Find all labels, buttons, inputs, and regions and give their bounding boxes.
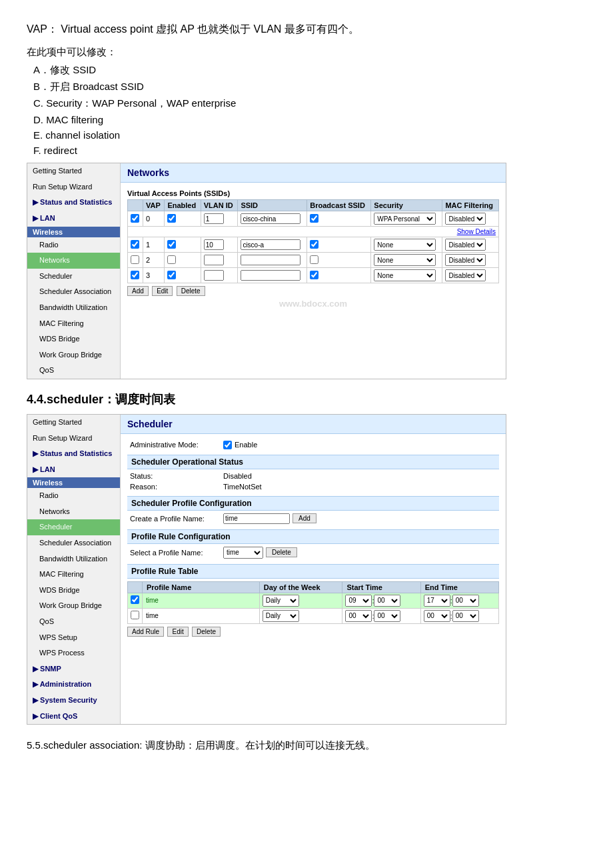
sidebar-bandwidth[interactable]: Bandwidth Utilization [27,300,120,316]
vap-enabled-2[interactable] [167,255,176,264]
intro-vap-text: VAP： Virtual access point 虚拟 AP 也就类似于 VL… [27,20,586,38]
vap-ssid-0[interactable] [241,213,301,224]
profile-name-input-0[interactable] [145,595,257,606]
sch-sidebar-workgroup[interactable]: Work Group Bridge [27,598,120,614]
sch-sidebar-qos[interactable]: QoS [27,614,120,630]
vap-enabled-1[interactable] [167,240,176,249]
vap-ssid-2[interactable] [241,255,301,265]
rule-delete-button[interactable]: Delete [192,627,221,637]
profile-end-m-0[interactable]: 0001020304050607080910111213141516171819… [452,595,479,607]
edit-button[interactable]: Edit [152,286,173,296]
profile-end-m-1[interactable]: 0001020304050607080910111213141516171819… [452,610,479,622]
select-profile-dropdown[interactable]: time [223,547,263,559]
profile-add-button[interactable]: Add [293,513,316,523]
sidebar-run-setup[interactable]: Run Setup Wizard [27,179,120,195]
vap-vlanid-3[interactable] [204,270,224,281]
admin-mode-label: Administrative Mode: [130,441,223,449]
prt-col-check [128,581,143,593]
profile-row-checkbox-1[interactable] [131,611,139,619]
sch-sidebar-syssec[interactable]: ▶ System Security [27,693,120,709]
sidebar-scheduler[interactable]: Scheduler [27,269,120,285]
vap-security-1[interactable]: WPA PersonalNoneWPA Enterprise [374,239,436,251]
vap-ssid-3[interactable] [241,270,301,281]
sidebar-status[interactable]: ▶ Status and Statistics [27,195,120,211]
sch-sidebar-assoc[interactable]: Scheduler Association [27,535,120,551]
profile-end-h-0[interactable]: 0001020304050607080910111213141516171819… [424,595,450,607]
profile-delete-button[interactable]: Delete [266,547,297,557]
sch-sidebar-wps-process[interactable]: WPS Process [27,645,120,661]
intro-list-item: F. redirect [27,145,586,156]
vap-broadcast-2[interactable] [310,255,318,264]
create-profile-input[interactable] [223,513,290,524]
intro-list-item: C. Security：WAP Personal，WAP enterprise [27,97,586,110]
sch-sidebar-mac[interactable]: MAC Filtering [27,567,120,583]
sidebar-radio[interactable]: Radio [27,237,120,253]
vap-vlanid-0[interactable] [204,213,224,224]
sidebar-mac-filtering[interactable]: MAC Filtering [27,316,120,332]
vap-row-checkbox-2[interactable] [131,255,139,264]
sidebar-networks[interactable]: Networks [27,253,120,269]
vap-vlanid-2[interactable] [204,255,224,265]
sch-sidebar-run-setup[interactable]: Run Setup Wizard [27,431,120,447]
sidebar-wds[interactable]: WDS Bridge [27,331,120,347]
profile-start-h-0[interactable]: 0001020304050607080910111213141516171819… [345,595,372,607]
vap-security-2[interactable]: WPA PersonalNoneWPA Enterprise [374,254,436,266]
sch-sidebar-getting-started[interactable]: Getting Started [27,415,120,431]
sidebar-getting-started[interactable]: Getting Started [27,163,120,179]
sch-sidebar-status[interactable]: ▶ Status and Statistics [27,446,120,462]
sch-sidebar-lan[interactable]: ▶ LAN [27,462,120,478]
sch-sidebar-wps-setup[interactable]: WPS Setup [27,630,120,646]
vap-row: 1WPA PersonalNoneWPA EnterpriseDisabledE… [128,237,499,253]
select-profile-label: Select a Profile Name: [130,549,223,557]
profile-row-checkbox-0[interactable] [131,595,139,604]
profile-name-input-1[interactable] [145,611,257,621]
profile-rule-row: DailyMondayTuesdayWednesdayThursdayFrida… [128,608,499,623]
sch-sidebar-admin[interactable]: ▶ Administration [27,677,120,693]
vap-broadcast-3[interactable] [310,271,318,279]
vap-broadcast-0[interactable] [310,214,318,223]
show-details-link[interactable]: Show Details [457,228,496,235]
vap-broadcast-1[interactable] [310,240,318,249]
sch-sidebar-snmp[interactable]: ▶ SNMP [27,661,120,677]
sch-sidebar-networks[interactable]: Networks [27,504,120,520]
sch-sidebar-radio[interactable]: Radio [27,488,120,504]
sch-sidebar-scheduler[interactable]: Scheduler [27,519,120,535]
profile-start-m-0[interactable]: 0001020304050607080910111213141516171819… [374,595,400,607]
vap-mac-filter-3[interactable]: DisabledEnabled [445,269,486,281]
profile-start-h-1[interactable]: 0001020304050607080910111213141516171819… [345,610,372,622]
add-rule-button[interactable]: Add Rule [127,627,164,637]
delete-button[interactable]: Delete [177,286,205,296]
prt-col-name: Profile Name [143,581,260,593]
vap-ssid-1[interactable] [241,239,301,250]
profile-day-0[interactable]: DailyMondayTuesdayWednesdayThursdayFrida… [263,595,299,607]
add-button[interactable]: Add [127,286,149,296]
rule-edit-button[interactable]: Edit [167,627,188,637]
sidebar-lan[interactable]: ▶ LAN [27,211,120,227]
vap-row-checkbox-0[interactable] [131,214,139,223]
vap-row: 0WPA PersonalNoneWPA EnterpriseDisabledE… [128,211,499,227]
vap-enabled-0[interactable] [167,214,176,223]
vap-row-checkbox-1[interactable] [131,240,139,249]
sch-sidebar-bandwidth[interactable]: Bandwidth Utilization [27,551,120,567]
vap-mac-filter-1[interactable]: DisabledEnabled [445,239,486,251]
sidebar-workgroup[interactable]: Work Group Bridge [27,347,120,363]
vap-row-checkbox-3[interactable] [131,271,139,279]
profile-day-1[interactable]: DailyMondayTuesdayWednesdayThursdayFrida… [263,610,299,622]
admin-mode-checkbox[interactable] [223,441,232,449]
vap-mac-filter-0[interactable]: DisabledEnabled [445,213,486,225]
sidebar-qos[interactable]: QoS [27,363,120,379]
vap-mac-filter-2[interactable]: DisabledEnabled [445,254,486,266]
sch-sidebar-wds[interactable]: WDS Bridge [27,583,120,599]
sidebar-scheduler-assoc[interactable]: Scheduler Association [27,284,120,300]
vap-enabled-3[interactable] [167,271,176,279]
profile-rule-table-section: Profile Rule Table Profile Name Day of t… [127,564,499,637]
profile-end-h-1[interactable]: 0001020304050607080910111213141516171819… [424,610,450,622]
scheduler-sidebar: Getting Started Run Setup Wizard ▶ Statu… [27,415,121,724]
vap-security-0[interactable]: WPA PersonalNoneWPA Enterprise [374,213,436,225]
intro-list: A．修改 SSIDB．开启 Broadcast SSIDC. Security：… [27,64,586,156]
sch-sidebar-clientqos[interactable]: ▶ Client QoS [27,709,120,725]
vap-vlanid-1[interactable] [204,239,224,250]
vap-security-3[interactable]: WPA PersonalNoneWPA Enterprise [374,269,436,281]
admin-mode-row: Administrative Mode: Enable [127,441,499,449]
profile-start-m-1[interactable]: 0001020304050607080910111213141516171819… [374,610,400,622]
